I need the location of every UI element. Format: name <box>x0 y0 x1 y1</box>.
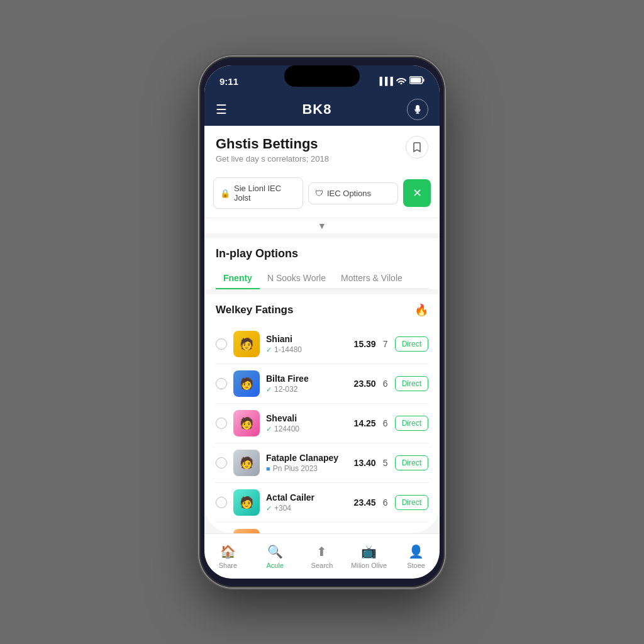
avatar: 🧑 <box>233 489 260 516</box>
player-rank-2: 6 <box>381 379 390 389</box>
lock-icon: 🔒 <box>220 189 230 198</box>
status-icons: ▐▐▐ <box>377 76 425 86</box>
direct-button-3[interactable]: Direct <box>395 416 428 431</box>
check-icon: ✓ <box>266 346 272 354</box>
weekly-section: Welkey Fatings 🔥 🧑 Shiani ✓ 1-14480 <box>204 294 440 533</box>
check-icon: ✓ <box>266 504 272 513</box>
player-stats-5: 23.45 6 Direct <box>353 495 428 510</box>
battery-icon <box>409 76 425 86</box>
player-meta-2: ✓ 12-032 <box>266 385 347 394</box>
player-info-3: Shevali ✓ 124400 <box>266 413 347 433</box>
tab-nsooks[interactable]: N Sooks Worle <box>260 268 333 288</box>
player-meta-5: ✓ +304 <box>266 504 347 513</box>
player-score-5: 23.45 <box>353 497 376 508</box>
player-rank-3: 6 <box>381 418 390 428</box>
page-subtitle: Get live day s correlators; 2018 <box>216 154 329 164</box>
player-score-4: 13.40 <box>353 458 376 468</box>
filter-field-1-label: Sie Lionl IEC Jolst <box>234 184 296 203</box>
page-header-text: Ghstis Bettings Get live day s correlato… <box>216 136 329 164</box>
player-name-1: Shiani <box>266 334 347 344</box>
direct-button-2[interactable]: Direct <box>395 376 428 391</box>
tab-motters[interactable]: Motters & Vilole <box>333 268 410 288</box>
player-name-5: Actal Cailer <box>266 492 347 502</box>
nav-label-stoee: Stoee <box>407 562 425 569</box>
voice-button[interactable] <box>407 99 428 120</box>
inplay-section: In-play Options Fnenty N Sooks Worle Mot… <box>204 238 440 289</box>
badge-icon: ■ <box>266 465 270 472</box>
player-radio-4[interactable] <box>216 457 227 469</box>
tab-fnenty[interactable]: Fnenty <box>216 268 260 289</box>
table-row: 🧑 Actal Cailer ✓ +304 23.45 6 Direct <box>216 483 428 523</box>
direct-button-1[interactable]: Direct <box>395 336 428 352</box>
table-row: 🧑 Shevali ✓ 124400 14.25 6 Direct <box>216 404 428 443</box>
status-time: 9:11 <box>219 76 238 87</box>
filter-field-2-label: IEC Options <box>327 189 371 198</box>
upload-icon: ⬆ <box>316 544 327 559</box>
player-stats-3: 14.25 6 Direct <box>353 416 428 431</box>
fire-icon: 🔥 <box>414 303 428 317</box>
table-row: 🧑 Shiani ✓ 1-14480 15.39 7 Direct <box>216 325 428 364</box>
player-rank-4: 5 <box>381 458 390 468</box>
player-name-3: Shevali <box>266 413 347 423</box>
wifi-icon <box>396 77 406 86</box>
player-rank-5: 6 <box>381 497 390 508</box>
nav-label-share: Share <box>219 562 237 569</box>
svg-rect-1 <box>423 79 425 82</box>
page-header: Ghstis Bettings Get live day s correlato… <box>204 126 440 171</box>
player-meta-3: ✓ 124400 <box>266 425 347 433</box>
main-content: Ghstis Bettings Get live day s correlato… <box>204 126 440 533</box>
shield-icon: 🛡 <box>315 189 323 198</box>
nav-item-acule[interactable]: 🔍 Acule <box>252 534 299 579</box>
tabs-row: Fnenty N Sooks Worle Motters & Vilole <box>216 268 428 289</box>
nav-label-search: Search <box>311 562 333 569</box>
player-stats-1: 15.39 7 Direct <box>353 336 428 352</box>
filter-field-1[interactable]: 🔒 Sie Lionl IEC Jolst <box>213 177 303 209</box>
check-icon: ✓ <box>266 386 272 394</box>
player-name-4: Fataple Clanapey <box>266 453 347 463</box>
player-score-3: 14.25 <box>353 418 376 428</box>
player-radio-1[interactable] <box>216 338 227 350</box>
app-header: ☰ BK8 <box>204 93 440 126</box>
nav-item-milion[interactable]: 📺 Milion Olive <box>345 534 392 579</box>
phone-screen: 9:11 ▐▐▐ <box>204 65 440 579</box>
filter-clear-button[interactable]: ✕ <box>403 179 431 207</box>
table-row: 🧑 Ploner Silorioth ... 18.10 8 Direct <box>216 523 428 533</box>
player-name-2: Bilta Firee <box>266 374 347 384</box>
avatar: 🧑 <box>233 331 260 357</box>
filter-field-2[interactable]: 🛡 IEC Options <box>308 182 398 204</box>
inplay-title: In-play Options <box>216 247 428 260</box>
bookmark-icon[interactable] <box>406 136 428 158</box>
tv-icon: 📺 <box>361 544 377 559</box>
player-meta-1: ✓ 1-14480 <box>266 345 347 354</box>
nav-item-share[interactable]: 🏠 Share <box>204 534 252 579</box>
weekly-header: Welkey Fatings 🔥 <box>216 303 428 317</box>
player-info-2: Bilta Firee ✓ 12-032 <box>266 374 347 394</box>
avatar: 🧑 <box>233 370 260 397</box>
svg-rect-2 <box>411 78 421 83</box>
dynamic-island <box>284 65 360 87</box>
search-active-icon: 🔍 <box>267 544 283 559</box>
player-info-4: Fataple Clanapey ■ Pn Plus 2023 <box>266 453 347 473</box>
dropdown-arrow[interactable]: ▼ <box>204 218 440 233</box>
nav-item-search[interactable]: ⬆ Search <box>299 534 346 579</box>
app-logo: BK8 <box>302 101 331 118</box>
player-radio-5[interactable] <box>216 497 227 508</box>
nav-item-stoee[interactable]: 👤 Stoee <box>392 534 440 579</box>
avatar: 🧑 <box>233 529 260 533</box>
player-radio-2[interactable] <box>216 378 227 389</box>
check-icon: ✓ <box>266 425 272 433</box>
bottom-nav: 🏠 Share 🔍 Acule ⬆ Search 📺 Milion Olive … <box>204 533 440 579</box>
player-meta-4: ■ Pn Plus 2023 <box>266 464 347 473</box>
player-info-1: Shiani ✓ 1-14480 <box>266 334 347 354</box>
player-info-5: Actal Cailer ✓ +304 <box>266 492 347 513</box>
avatar: 🧑 <box>233 450 260 476</box>
direct-button-4[interactable]: Direct <box>395 455 428 470</box>
menu-icon[interactable]: ☰ <box>216 102 227 117</box>
player-score-1: 15.39 <box>353 339 376 349</box>
nav-label-acule: Acule <box>266 562 284 569</box>
page-title: Ghstis Bettings <box>216 136 329 152</box>
player-radio-3[interactable] <box>216 418 227 429</box>
filter-bar: 🔒 Sie Lionl IEC Jolst 🛡 IEC Options ✕ <box>204 171 440 218</box>
direct-button-5[interactable]: Direct <box>395 495 428 510</box>
player-score-2: 23.50 <box>353 379 376 389</box>
